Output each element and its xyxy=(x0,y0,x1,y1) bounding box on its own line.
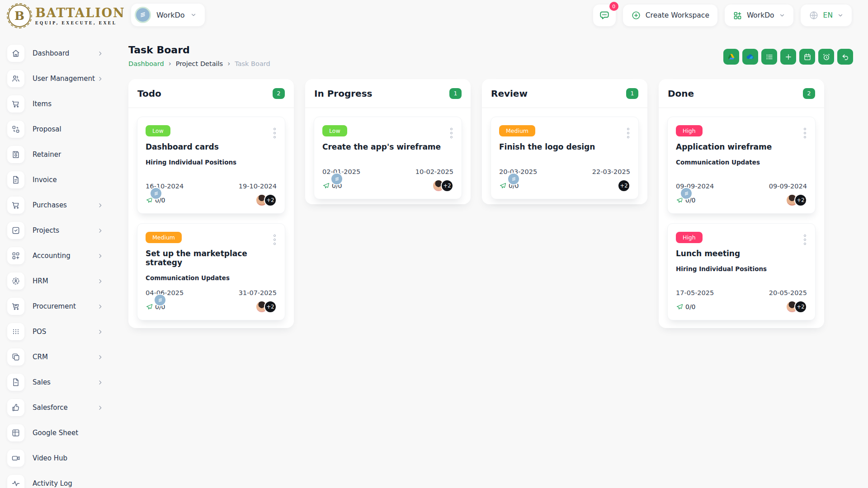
card-assignees[interactable]: +2 xyxy=(786,194,807,206)
sidebar-item-accounting[interactable]: Accounting xyxy=(0,243,118,268)
card-menu-button[interactable] xyxy=(802,233,808,247)
task-card[interactable]: High Lunch meeting Hiring Individual Pos… xyxy=(667,223,816,320)
column-count-badge: 2 xyxy=(803,88,815,99)
timer-button[interactable] xyxy=(818,49,834,65)
sidebar-item-label: Dashboard xyxy=(33,49,69,57)
chevron-right-icon xyxy=(97,278,103,284)
task-card[interactable]: Medium Set up the marketplace strategy C… xyxy=(137,223,285,320)
home-icon xyxy=(7,45,24,62)
app-switcher-label: WorkDo xyxy=(747,11,774,19)
task-card[interactable]: Low Dashboard cards Hiring Individual Po… xyxy=(137,117,285,214)
sidebar-item-sales[interactable]: Sales xyxy=(0,370,118,395)
card-menu-button[interactable] xyxy=(802,126,808,140)
language-selector[interactable]: EN xyxy=(801,5,852,26)
sidebar-item-user-management[interactable]: User Management xyxy=(0,66,118,91)
avatar xyxy=(680,187,693,200)
calendar-button[interactable] xyxy=(799,49,815,65)
sidebar-item-label: HRM xyxy=(33,277,48,285)
sidebar-item-label: Accounting xyxy=(33,252,71,260)
priority-badge: High xyxy=(676,232,703,243)
sidebar-item-activity-log[interactable]: Activity Log xyxy=(0,471,118,488)
card-assignees[interactable]: +2 xyxy=(255,194,277,206)
card-menu-button[interactable] xyxy=(448,126,454,140)
sidebar-item-label: CRM xyxy=(33,353,48,361)
brand-name: BATTALION xyxy=(35,7,125,19)
chevron-down-icon xyxy=(779,12,785,19)
card-menu-button[interactable] xyxy=(272,233,278,247)
avatar-overflow-count: +2 xyxy=(618,179,630,192)
card-menu-button[interactable] xyxy=(272,126,278,140)
task-card[interactable]: Low Create the app's wireframe 02-01-202… xyxy=(314,117,462,199)
save-icon xyxy=(7,146,24,163)
column-title: Todo xyxy=(137,88,161,99)
card-assignees[interactable]: +2 xyxy=(259,300,277,313)
card-end-date: 20-05-2025 xyxy=(769,289,807,296)
cart-chart-icon xyxy=(7,298,24,315)
grid-plus-icon xyxy=(733,11,742,20)
sidebar-item-pos[interactable]: POS xyxy=(0,319,118,344)
sidebar-item-salesforce[interactable]: Salesforce xyxy=(0,395,118,420)
breadcrumb-project-details-link[interactable]: Project Details xyxy=(176,60,223,67)
chevron-right-icon xyxy=(97,380,103,385)
sidebar-item-label: Sales xyxy=(33,378,51,386)
create-workspace-button[interactable]: Create Workspace xyxy=(623,5,717,26)
avatar xyxy=(507,173,520,185)
building-logo-icon xyxy=(135,7,151,23)
sidebar-item-invoice[interactable]: Invoice xyxy=(0,167,118,192)
task-card[interactable]: Medium Finish the logo design 20-03-2025… xyxy=(491,117,639,199)
sidebar-item-label: Retainer xyxy=(33,150,61,159)
onedrive-button[interactable] xyxy=(742,49,758,65)
priority-badge: Medium xyxy=(146,232,182,243)
sidebar-item-video-hub[interactable]: Video Hub xyxy=(0,446,118,471)
sidebar-item-crm[interactable]: CRM xyxy=(0,344,118,370)
brand-logo: B BATTALION EQUIP, EXECUTE, EXEL xyxy=(8,5,125,27)
workspace-selector[interactable]: WorkDo xyxy=(131,4,205,26)
avatar-overflow-count: +2 xyxy=(264,194,277,206)
brand-monogram: B xyxy=(14,9,24,23)
card-assignees[interactable]: +2 xyxy=(622,179,630,192)
thumbs-up-icon xyxy=(7,399,24,416)
sidebar-item-projects[interactable]: Projects xyxy=(0,218,118,243)
cart-icon xyxy=(7,95,24,113)
users-icon xyxy=(7,70,24,87)
board-column-done: Done 2 High Application wireframe Commun… xyxy=(659,79,824,328)
brand-tagline: EQUIP, EXECUTE, EXEL xyxy=(35,21,125,25)
copy-icon xyxy=(7,348,24,366)
list-view-button[interactable] xyxy=(761,49,777,65)
list-icon xyxy=(765,53,774,61)
plus-circle-icon xyxy=(631,10,641,20)
sidebar-item-dashboard[interactable]: Dashboard xyxy=(0,41,118,66)
priority-badge: Low xyxy=(322,125,347,136)
sidebar-item-proposal[interactable]: Proposal xyxy=(0,117,118,142)
sidebar-item-label: Projects xyxy=(33,226,59,235)
priority-badge: High xyxy=(676,125,703,136)
task-card[interactable]: High Application wireframe Communication… xyxy=(667,117,816,214)
app-switcher-button[interactable]: WorkDo xyxy=(725,5,793,26)
sidebar-item-purchases[interactable]: Purchases xyxy=(0,192,118,218)
messages-button[interactable]: 0 xyxy=(593,5,616,26)
board-column-review: Review 1 Medium Finish the logo design 2… xyxy=(482,79,647,204)
card-assignees[interactable]: +2 xyxy=(436,179,453,192)
language-code: EN xyxy=(823,11,833,19)
sidebar-item-label: Activity Log xyxy=(33,479,72,488)
breadcrumb-dashboard-link[interactable]: Dashboard xyxy=(128,60,164,67)
breadcrumb-separator: › xyxy=(169,60,171,68)
sidebar-item-google-sheet[interactable]: Google Sheet xyxy=(0,420,118,446)
sidebar-item-procurement[interactable]: Procurement xyxy=(0,294,118,319)
card-assignees[interactable]: +2 xyxy=(786,300,807,313)
sidebar-item-items[interactable]: Items xyxy=(0,91,118,117)
sidebar-item-hrm[interactable]: HRM xyxy=(0,268,118,294)
card-menu-button[interactable] xyxy=(625,126,631,140)
chevron-right-icon xyxy=(97,228,103,234)
undo-button[interactable] xyxy=(837,49,853,65)
add-task-button[interactable] xyxy=(780,49,796,65)
video-camera-icon xyxy=(7,450,24,467)
sidebar-item-label: POS xyxy=(33,328,46,336)
google-drive-button[interactable] xyxy=(723,49,739,65)
sidebar-item-retainer[interactable]: Retainer xyxy=(0,142,118,167)
sidebar-item-label: Google Sheet xyxy=(33,429,78,437)
grid-swap-icon xyxy=(7,121,24,138)
avatar xyxy=(150,187,162,200)
card-title: Application wireframe xyxy=(676,142,807,151)
send-icon xyxy=(322,182,330,190)
